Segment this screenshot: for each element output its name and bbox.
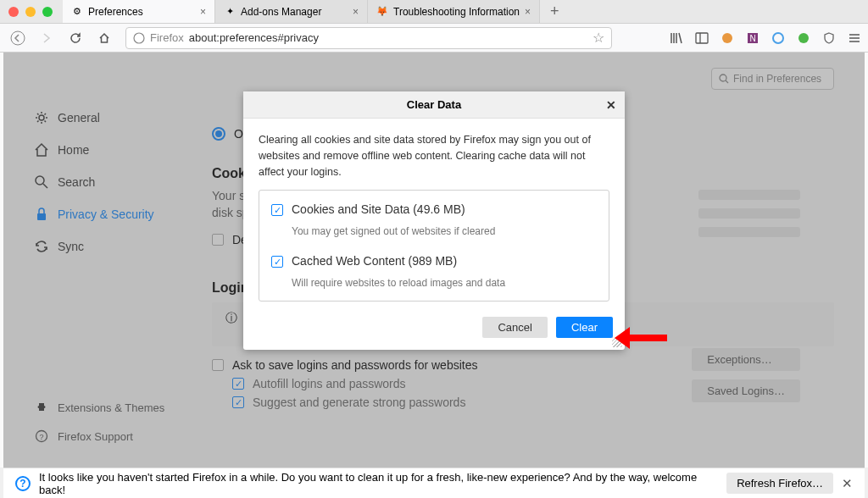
notification-bar: ? It looks like you haven't started Fire… xyxy=(3,468,865,498)
svg-point-4 xyxy=(722,33,732,43)
library-icon[interactable] xyxy=(670,31,683,45)
item-title: Cached Web Content (989 MB) xyxy=(292,252,457,270)
traffic-lights xyxy=(8,7,53,17)
new-tab-button[interactable]: + xyxy=(540,0,570,23)
svg-rect-2 xyxy=(696,33,708,43)
navbar: Firefox about:preferences#privacy ☆ N xyxy=(0,24,868,53)
svg-point-0 xyxy=(11,31,25,45)
reload-icon xyxy=(70,32,81,44)
maximize-window-button[interactable] xyxy=(42,7,53,17)
cookies-data-item[interactable]: ✓ Cookies and Site Data (49.6 MB) You ma… xyxy=(259,194,609,246)
sidebar-icon[interactable] xyxy=(695,31,709,45)
ext-icon-4[interactable] xyxy=(797,31,810,45)
dialog-description: Clearing all cookies and site data store… xyxy=(259,132,609,180)
tab-addons[interactable]: ✦ Add-ons Manager × xyxy=(215,0,368,23)
item-desc: Will require websites to reload images a… xyxy=(292,275,597,290)
tab-title: Troubleshooting Information xyxy=(393,6,520,18)
tab-title: Preferences xyxy=(88,6,195,18)
close-window-button[interactable] xyxy=(8,7,19,17)
reload-button[interactable] xyxy=(64,27,86,49)
arrow-left-icon xyxy=(10,30,25,46)
urlbar-identity-label: Firefox xyxy=(150,31,184,44)
clear-button[interactable]: Clear xyxy=(556,317,613,338)
home-icon xyxy=(98,32,110,44)
dialog-footer: Cancel Clear xyxy=(243,310,625,350)
dialog-list: ✓ Cookies and Site Data (49.6 MB) You ma… xyxy=(259,190,609,302)
cached-content-item[interactable]: ✓ Cached Web Content (989 MB) Will requi… xyxy=(259,246,609,297)
svg-point-1 xyxy=(134,33,144,43)
firefox-icon: 🦊 xyxy=(376,6,388,18)
notification-close-button[interactable]: ✕ xyxy=(842,476,853,491)
question-icon: ? xyxy=(15,476,31,491)
dialog-header: Clear Data ✕ xyxy=(243,91,625,119)
home-button[interactable] xyxy=(93,27,115,49)
tab-troubleshooting[interactable]: 🦊 Troubleshooting Information × xyxy=(368,0,540,23)
svg-point-7 xyxy=(773,33,783,43)
notification-text: It looks like you haven't started Firefo… xyxy=(39,471,718,496)
ext-icon-2[interactable]: N xyxy=(746,31,760,45)
firefox-identity-icon xyxy=(133,32,145,44)
checkbox-checked-icon: ✓ xyxy=(271,204,283,216)
item-title: Cookies and Site Data (49.6 MB) xyxy=(292,201,465,219)
tab-close-button[interactable]: × xyxy=(200,6,206,18)
ext-icon-5[interactable] xyxy=(822,31,836,45)
toolbar-icons: N xyxy=(670,31,861,45)
urlbar[interactable]: Firefox about:preferences#privacy ☆ xyxy=(125,27,612,49)
ext-icon-1[interactable] xyxy=(721,31,734,45)
forward-button[interactable] xyxy=(36,27,58,49)
gear-icon: ⚙ xyxy=(71,6,83,18)
tab-preferences[interactable]: ⚙ Preferences × xyxy=(63,0,215,23)
bookmark-star-icon[interactable]: ☆ xyxy=(593,30,604,46)
puzzle-icon: ✦ xyxy=(224,6,236,18)
tab-strip: ⚙ Preferences × ✦ Add-ons Manager × 🦊 Tr… xyxy=(63,0,570,23)
dialog-title: Clear Data xyxy=(407,98,461,111)
tab-close-button[interactable]: × xyxy=(353,6,359,18)
svg-text:N: N xyxy=(749,34,755,43)
titlebar: ⚙ Preferences × ✦ Add-ons Manager × 🦊 Tr… xyxy=(0,0,868,24)
annotation-arrow xyxy=(616,327,667,349)
cancel-button[interactable]: Cancel xyxy=(482,317,547,338)
dialog-close-button[interactable]: ✕ xyxy=(606,98,616,112)
ext-icon-3[interactable] xyxy=(771,31,785,45)
svg-point-8 xyxy=(798,33,809,43)
back-button[interactable] xyxy=(7,27,29,49)
tab-close-button[interactable]: × xyxy=(525,6,531,18)
minimize-window-button[interactable] xyxy=(25,7,36,17)
tab-title: Add-ons Manager xyxy=(241,6,348,18)
refresh-firefox-button[interactable]: Refresh Firefox… xyxy=(726,473,833,494)
checkbox-checked-icon: ✓ xyxy=(271,256,283,268)
urlbar-url: about:preferences#privacy xyxy=(189,31,587,44)
item-desc: You may get signed out of websites if cl… xyxy=(292,224,597,239)
clear-data-dialog: Clear Data ✕ Clearing all cookies and si… xyxy=(243,91,625,350)
menu-icon[interactable] xyxy=(848,31,861,45)
dialog-body: Clearing all cookies and site data store… xyxy=(243,119,625,310)
arrow-right-icon xyxy=(41,32,53,44)
